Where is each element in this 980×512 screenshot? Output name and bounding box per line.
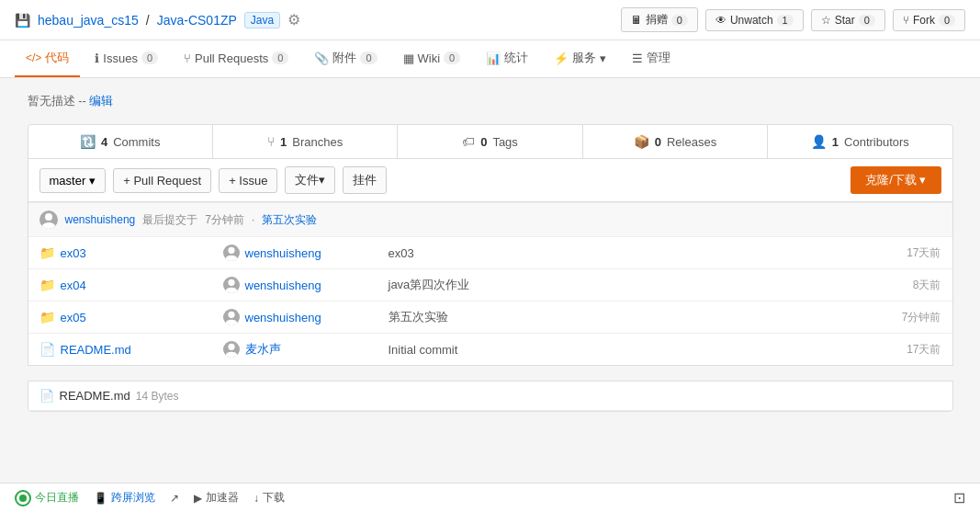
branch-dropdown[interactable]: master ▾ [39, 168, 107, 193]
table-row: 📄 README.md 麦水声 Initial commit 17天前 [28, 334, 952, 365]
stat-contributors[interactable]: 👤 1 Contributors [768, 125, 952, 158]
committer-link[interactable]: 麦水声 [245, 341, 281, 358]
svg-point-10 [228, 312, 234, 318]
tab-code[interactable]: </> 代码 [15, 40, 80, 77]
svg-point-13 [228, 344, 234, 350]
file-msg-link[interactable]: java第四次作业 [389, 278, 470, 291]
file-link[interactable]: ex03 [61, 246, 86, 260]
svg-point-4 [228, 247, 234, 254]
clone-button[interactable]: 克隆/下载 ▾ [850, 166, 941, 194]
repo-title: 💾 hebau_java_cs15 / Java-CS01ZP Java ⚙ [15, 11, 300, 28]
committer-avatar [223, 341, 240, 358]
watch-icon: 👁 [715, 14, 727, 27]
settings-icon[interactable]: ⚙ [287, 11, 300, 28]
commit-user[interactable]: wenshuisheng [65, 213, 136, 226]
pull-request-button[interactable]: + Pull Request [113, 168, 211, 193]
commit-message-link[interactable]: 第五次实验 [262, 212, 317, 228]
main-content: 暂无描述 -- 编辑 🔃 4 Commits ⑂ 1 Branches 🏷 0 … [13, 78, 968, 427]
file-icon: 📄 [39, 342, 55, 357]
tab-code-label: 代码 [45, 50, 69, 66]
admin-icon: ☰ [632, 51, 643, 65]
committer-link[interactable]: wenshuisheng [245, 311, 321, 324]
star-label: Star [835, 14, 855, 27]
committer-link[interactable]: wenshuisheng [245, 279, 321, 292]
file-name: 📄 README.md [39, 342, 223, 357]
tags-icon: 🏷 [462, 134, 475, 149]
readme-icon: 📄 [39, 389, 54, 403]
tab-admin[interactable]: ☰ 管理 [621, 40, 681, 77]
services-dropdown-icon: ▾ [600, 51, 606, 65]
disk-icon: 💾 [15, 13, 30, 28]
contributors-label: Contributors [844, 135, 909, 149]
code-icon: </> [26, 51, 41, 64]
file-name: 📁 ex04 [39, 278, 223, 292]
tab-wiki[interactable]: ▦ Wiki 0 [392, 42, 472, 76]
tab-issues-label: Issues [103, 51, 138, 65]
tab-pullrequests[interactable]: ⑂ Pull Requests 0 [173, 42, 299, 76]
file-table: wenshuisheng 最后提交于 7分钟前 · 第五次实验 📁 ex03 w… [28, 202, 953, 366]
committer-avatar [223, 245, 240, 261]
committer-avatar [223, 277, 240, 293]
issues-count: 0 [141, 51, 158, 64]
donate-count: 0 [671, 15, 688, 26]
table-row: 📁 ex04 wenshuisheng java第四次作业 8天前 [28, 269, 952, 302]
separator: / [146, 13, 150, 28]
attach-button[interactable]: 挂件 [343, 166, 387, 194]
star-count: 0 [859, 15, 875, 26]
tab-attachments[interactable]: 📎 附件 0 [303, 40, 388, 77]
watch-count: 1 [777, 15, 794, 26]
file-link[interactable]: README.md [61, 343, 131, 357]
pr-count: 0 [272, 51, 288, 64]
commits-count: 4 [101, 135, 107, 149]
file-msg-link[interactable]: 第五次实验 [389, 310, 448, 324]
attach-count: 0 [360, 51, 377, 64]
file-link[interactable]: ex04 [61, 279, 86, 292]
tab-services[interactable]: ⚡ 服务 ▾ [543, 40, 617, 77]
repo-link[interactable]: Java-CS01ZP [157, 13, 237, 28]
watch-button[interactable]: 👁 Unwatch 1 [705, 9, 804, 31]
committer-avatar [223, 309, 240, 325]
committer-link[interactable]: wenshuisheng [245, 246, 321, 260]
readme-header: 📄 README.md 14 Bytes [28, 381, 952, 411]
branches-icon: ⑂ [267, 134, 275, 149]
file-msg-link[interactable]: ex03 [389, 246, 414, 260]
donate-button[interactable]: 🖩 捐赠 0 [621, 7, 698, 32]
file-committer: wenshuisheng [223, 309, 389, 325]
contributors-icon: 👤 [811, 134, 827, 149]
releases-label: Releases [667, 135, 716, 149]
services-icon: ⚡ [554, 51, 569, 65]
tab-wiki-label: Wiki [418, 51, 441, 65]
issue-button[interactable]: + Issue [219, 168, 277, 193]
stat-commits[interactable]: 🔃 4 Commits [28, 125, 213, 158]
file-msg-link[interactable]: Initial commit [389, 343, 458, 357]
commits-icon: 🔃 [80, 134, 96, 149]
edit-link[interactable]: 编辑 [89, 94, 113, 108]
fork-label: Fork [913, 14, 935, 27]
table-row: 📁 ex05 wenshuisheng 第五次实验 7分钟前 [28, 302, 952, 334]
tab-issues[interactable]: ℹ Issues 0 [84, 42, 169, 76]
donate-icon: 🖩 [631, 14, 642, 27]
tags-count: 0 [480, 135, 487, 149]
readme-section: 📄 README.md 14 Bytes [28, 381, 953, 412]
file-time: 17天前 [850, 245, 941, 261]
star-button[interactable]: ☆ Star 0 [811, 9, 885, 31]
stat-branches[interactable]: ⑂ 1 Branches [213, 125, 398, 158]
releases-count: 0 [655, 135, 661, 149]
svg-point-7 [228, 279, 234, 286]
tab-stats[interactable]: 📊 统计 [475, 40, 539, 77]
stat-releases[interactable]: 📦 0 Releases [583, 125, 768, 158]
file-dropdown[interactable]: 文件▾ [285, 166, 335, 194]
owner-link[interactable]: hebau_java_cs15 [38, 13, 139, 28]
fork-icon: ⑂ [903, 14, 909, 27]
tab-admin-label: 管理 [647, 50, 670, 66]
folder-icon: 📁 [39, 245, 55, 260]
wiki-icon: ▦ [403, 51, 414, 65]
folder-icon: 📁 [39, 310, 55, 324]
stat-tags[interactable]: 🏷 0 Tags [398, 125, 582, 158]
description: 暂无描述 -- 编辑 [28, 93, 953, 109]
file-commit-msg: java第四次作业 [389, 277, 850, 293]
file-link[interactable]: ex05 [61, 311, 86, 324]
tags-label: Tags [492, 135, 517, 149]
lang-badge: Java [244, 12, 280, 28]
fork-button[interactable]: ⑂ Fork 0 [893, 9, 965, 31]
